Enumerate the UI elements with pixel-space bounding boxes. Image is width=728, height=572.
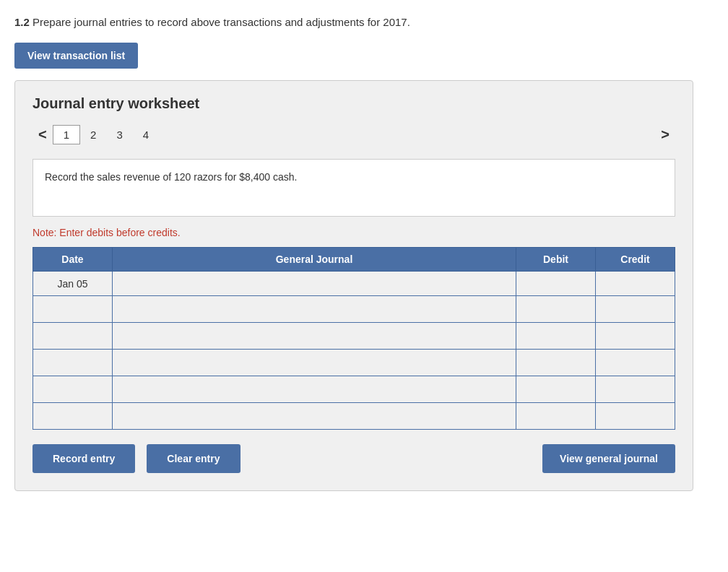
date-input-3[interactable] xyxy=(39,354,106,371)
debit-input-4[interactable] xyxy=(516,376,595,402)
gj-input-0[interactable] xyxy=(118,272,516,295)
credit-input-2[interactable] xyxy=(596,323,675,349)
col-header-gj: General Journal xyxy=(113,248,516,272)
credit-cell-4 xyxy=(596,376,675,403)
credit-cell-5 xyxy=(596,403,675,430)
debit-cell-2 xyxy=(516,323,596,350)
debit-input-0[interactable] xyxy=(516,272,595,295)
table-row xyxy=(33,376,675,403)
debit-cell-3 xyxy=(516,350,596,376)
view-general-journal-button[interactable]: View general journal xyxy=(542,444,675,473)
debit-input-5[interactable] xyxy=(516,403,595,429)
credit-input-4[interactable] xyxy=(596,376,675,402)
clear-entry-button[interactable]: Clear entry xyxy=(147,444,240,473)
description-box: Record the sales revenue of 120 razors f… xyxy=(32,159,675,217)
gj-cell-4 xyxy=(113,376,516,403)
gj-cell-0 xyxy=(113,272,516,296)
date-input-5[interactable] xyxy=(39,407,106,425)
credit-cell-2 xyxy=(596,323,675,350)
debit-cell-0 xyxy=(516,272,596,296)
question-body: Prepare journal entries to record above … xyxy=(32,16,410,28)
gj-input-1[interactable] xyxy=(118,296,516,322)
col-header-debit: Debit xyxy=(516,248,596,272)
gj-cell-5 xyxy=(113,403,516,430)
page-3[interactable]: 3 xyxy=(106,126,132,144)
gj-cell-3 xyxy=(113,350,516,376)
gj-cell-1 xyxy=(113,296,516,323)
question-number: 1.2 xyxy=(14,16,30,28)
credit-input-1[interactable] xyxy=(596,296,675,322)
description-text: Record the sales revenue of 120 razors f… xyxy=(45,171,297,183)
debit-cell-4 xyxy=(516,376,596,403)
debit-cell-1 xyxy=(516,296,596,323)
credit-input-5[interactable] xyxy=(596,403,675,429)
credit-input-0[interactable] xyxy=(596,272,675,295)
table-row xyxy=(33,323,675,350)
debit-input-2[interactable] xyxy=(516,323,595,349)
gj-input-3[interactable] xyxy=(118,350,516,376)
record-entry-button[interactable]: Record entry xyxy=(32,444,135,473)
next-chevron[interactable]: > xyxy=(655,124,675,146)
date-cell-0: Jan 05 xyxy=(33,272,113,296)
credit-cell-0 xyxy=(596,272,675,296)
button-row: Record entry Clear entry View general jo… xyxy=(32,444,675,473)
page-4[interactable]: 4 xyxy=(133,126,159,144)
col-header-date: Date xyxy=(33,248,113,272)
credit-input-3[interactable] xyxy=(596,350,675,376)
worksheet-title: Journal entry worksheet xyxy=(32,95,675,112)
date-input-1[interactable] xyxy=(39,300,106,318)
table-row xyxy=(33,296,675,323)
date-cell-4 xyxy=(33,376,113,403)
table-row xyxy=(33,350,675,376)
date-input-2[interactable] xyxy=(39,327,106,344)
gj-input-2[interactable] xyxy=(118,323,516,349)
question-text: 1.2 Prepare journal entries to record ab… xyxy=(14,14,714,30)
date-cell-1 xyxy=(33,296,113,323)
credit-cell-3 xyxy=(596,350,675,376)
table-row: Jan 05 xyxy=(33,272,675,296)
page-2[interactable]: 2 xyxy=(80,126,106,144)
debit-input-3[interactable] xyxy=(516,350,595,376)
date-cell-2 xyxy=(33,323,113,350)
date-cell-5 xyxy=(33,403,113,430)
date-input-4[interactable] xyxy=(39,381,106,398)
date-cell-3 xyxy=(33,350,113,376)
pagination: < 1 2 3 4 > xyxy=(32,124,675,146)
gj-input-5[interactable] xyxy=(118,403,516,429)
view-transaction-button[interactable]: View transaction list xyxy=(14,43,138,69)
prev-chevron[interactable]: < xyxy=(32,124,53,146)
page-1[interactable]: 1 xyxy=(53,125,80,144)
debit-input-1[interactable] xyxy=(516,296,595,322)
col-header-credit: Credit xyxy=(596,248,675,272)
note-text: Note: Enter debits before credits. xyxy=(32,227,675,238)
journal-table: Date General Journal Debit Credit Jan 05 xyxy=(32,247,675,430)
debit-cell-5 xyxy=(516,403,596,430)
gj-input-4[interactable] xyxy=(118,376,516,402)
gj-cell-2 xyxy=(113,323,516,350)
credit-cell-1 xyxy=(596,296,675,323)
worksheet-container: Journal entry worksheet < 1 2 3 4 > Reco… xyxy=(14,80,693,491)
table-row xyxy=(33,403,675,430)
